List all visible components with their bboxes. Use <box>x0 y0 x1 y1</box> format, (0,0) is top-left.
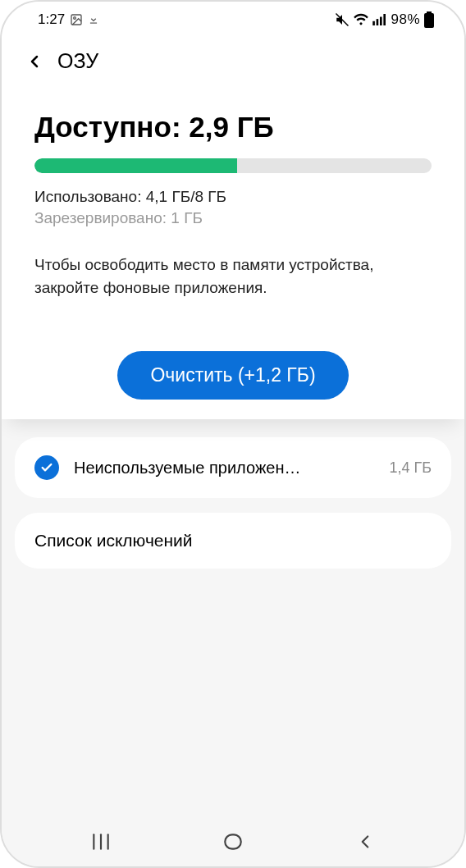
recents-button[interactable] <box>90 831 112 852</box>
status-bar: 1:27 98% <box>2 2 464 38</box>
exclusions-label: Список исключений <box>34 531 193 550</box>
svg-rect-8 <box>427 11 432 13</box>
available-label: Доступно: 2,9 ГБ <box>34 111 432 144</box>
checkbox-checked-icon[interactable] <box>34 455 59 480</box>
svg-rect-2 <box>90 23 97 24</box>
download-icon <box>88 14 99 25</box>
svg-rect-7 <box>384 14 386 25</box>
image-icon <box>70 13 83 26</box>
back-icon[interactable] <box>25 52 44 71</box>
exclusions-card[interactable]: Список исключений <box>15 513 451 569</box>
status-left: 1:27 <box>38 11 99 28</box>
unused-apps-size: 1,4 ГБ <box>389 459 432 477</box>
unused-apps-label: Неиспользуемые приложен… <box>74 459 374 477</box>
hint-text: Чтобы освободить место в памяти устройст… <box>34 254 432 299</box>
page-title: ОЗУ <box>57 49 98 73</box>
svg-rect-6 <box>380 17 382 26</box>
home-button[interactable] <box>222 831 244 852</box>
used-label: Использовано: 4,1 ГБ/8 ГБ <box>34 188 432 206</box>
mute-icon <box>335 12 350 27</box>
status-time: 1:27 <box>38 11 65 28</box>
signal-icon <box>372 14 387 25</box>
phone-frame: 1:27 98% ОЗУ Доступно: 2,9 ГБ Использова… <box>0 0 466 868</box>
svg-rect-5 <box>377 19 379 25</box>
svg-rect-13 <box>225 834 241 848</box>
svg-point-1 <box>74 17 76 20</box>
ram-progress <box>34 158 432 173</box>
svg-rect-9 <box>424 13 434 28</box>
app-header: ОЗУ <box>2 38 464 88</box>
battery-icon <box>423 11 435 28</box>
svg-rect-4 <box>373 21 376 25</box>
wifi-icon <box>353 13 369 26</box>
ram-card: Доступно: 2,9 ГБ Использовано: 4,1 ГБ/8 … <box>2 88 464 331</box>
battery-percent: 98% <box>391 11 420 28</box>
back-button[interactable] <box>354 831 376 852</box>
nav-bar <box>2 817 464 866</box>
status-right: 98% <box>335 11 435 28</box>
clean-button[interactable]: Очистить (+1,2 ГБ) <box>117 351 348 400</box>
unused-apps-card[interactable]: Неиспользуемые приложен… 1,4 ГБ <box>15 437 451 498</box>
reserved-label: Зарезервировано: 1 ГБ <box>34 209 432 227</box>
clean-section: Очистить (+1,2 ГБ) <box>2 331 464 419</box>
ram-progress-fill <box>34 158 237 173</box>
